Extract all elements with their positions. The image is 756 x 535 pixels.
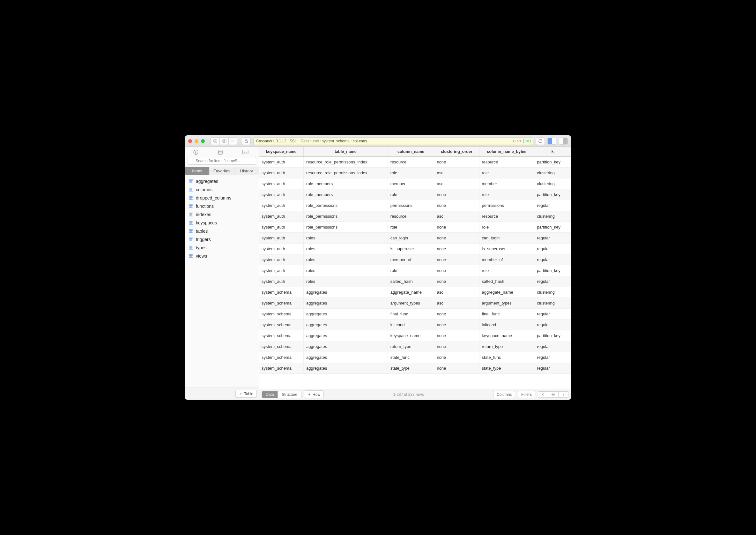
table-cell[interactable]: role_permissions [304,211,388,222]
list-icon[interactable] [229,137,237,145]
table-row[interactable]: system_schemaaggregatesfinal_funcnonefin… [259,309,571,320]
table-cell[interactable]: role [479,222,534,233]
data-grid[interactable]: keyspace_nametable_namecolumn_namecluste… [259,147,571,389]
prev-page-button[interactable] [538,391,548,398]
table-cell[interactable]: state_func [388,352,434,363]
column-header[interactable]: column_name [388,147,434,157]
table-cell[interactable]: regular [534,320,571,330]
table-cell[interactable]: asc [434,287,479,298]
table-cell[interactable]: role [388,168,434,179]
table-cell[interactable]: is_superuser [479,243,534,254]
table-cell[interactable]: regular [534,363,571,374]
table-cell[interactable]: system_auth [259,179,304,189]
table-row[interactable]: system_schemaaggregatesreturn_typenonere… [259,341,571,352]
tab-history[interactable]: History [234,167,259,175]
next-page-button[interactable] [558,391,568,398]
table-cell[interactable]: system_auth [259,222,304,233]
table-row[interactable]: system_authresource_role_permissons_inde… [259,157,571,168]
table-cell[interactable]: none [434,276,479,287]
table-cell[interactable]: role [479,265,534,276]
eye-icon[interactable] [220,137,229,145]
table-row[interactable]: system_authrole_permissionsresourceascre… [259,211,571,222]
sidebar-item-columns[interactable]: columns [185,185,259,194]
table-cell[interactable]: resource_role_permissons_index [304,168,388,179]
table-cell[interactable]: is_superuser [388,243,434,254]
table-cell[interactable]: regular [534,200,571,211]
table-cell[interactable]: salted_hash [479,276,534,287]
table-row[interactable]: system_authrolessalted_hashnonesalted_ha… [259,276,571,287]
column-header[interactable]: keyspace_name [259,147,304,157]
table-cell[interactable]: none [434,341,479,352]
filters-button[interactable]: Filters [518,391,535,398]
table-cell[interactable]: initcond [388,320,434,330]
table-cell[interactable]: aggregates [304,309,388,320]
left-panel-toggle[interactable] [547,138,556,145]
table-cell[interactable]: clustering [534,179,571,189]
table-cell[interactable]: regular [534,243,571,254]
refresh-icon[interactable] [536,137,545,145]
table-cell[interactable]: system_schema [259,363,304,374]
table-cell[interactable]: none [434,363,479,374]
table-cell[interactable]: member [388,179,434,189]
table-row[interactable]: system_schemaaggregatesstate_funcnonesta… [259,352,571,363]
table-row[interactable]: system_authrolesrolenonerolepartition_ke… [259,265,571,276]
table-cell[interactable]: initcond [479,320,534,330]
table-cell[interactable]: role [388,222,434,233]
table-row[interactable]: system_authresource_role_permissons_inde… [259,168,571,179]
table-cell[interactable]: aggregates [304,341,388,352]
table-cell[interactable]: clustering [534,168,571,179]
table-cell[interactable]: state_func [479,352,534,363]
table-cell[interactable]: keyspace_name [388,330,434,341]
table-cell[interactable]: final_func [479,309,534,320]
sql-icon[interactable]: SQL [242,149,251,155]
table-cell[interactable]: none [434,352,479,363]
table-cell[interactable]: state_type [388,363,434,374]
table-cell[interactable]: system_auth [259,243,304,254]
table-row[interactable]: system_authrole_membersmemberascmembercl… [259,179,571,189]
column-header[interactable]: table_name [304,147,388,157]
table-cell[interactable]: system_schema [259,320,304,330]
table-cell[interactable]: resource [479,211,534,222]
table-cell[interactable]: role [479,168,534,179]
table-row[interactable]: system_schemaaggregatesaggregate_nameasc… [259,287,571,298]
sidebar-item-triggers[interactable]: triggers [185,235,259,243]
table-row[interactable]: system_authrolesmember_ofnonemember_ofre… [259,254,571,265]
table-cell[interactable]: member [479,179,534,189]
table-cell[interactable]: none [434,309,479,320]
bolt-icon[interactable] [193,149,202,155]
table-row[interactable]: system_schemaaggregatesargument_typesasc… [259,298,571,309]
table-cell[interactable]: role [388,189,434,200]
table-cell[interactable]: partition_key [534,265,571,276]
table-cell[interactable]: role_permissions [304,222,388,233]
table-cell[interactable]: role_members [304,189,388,200]
table-cell[interactable]: resource_role_permissons_index [304,157,388,168]
column-header[interactable]: column_name_bytes [479,147,534,157]
sidebar-item-tables[interactable]: tables [185,227,259,235]
table-cell[interactable]: asc [434,211,479,222]
table-cell[interactable]: role_permissions [304,200,388,211]
table-cell[interactable]: system_auth [259,157,304,168]
column-header[interactable]: k [534,147,571,157]
table-cell[interactable]: aggregate_name [479,287,534,298]
table-cell[interactable]: aggregates [304,320,388,330]
table-cell[interactable]: system_auth [259,276,304,287]
table-cell[interactable]: roles [304,243,388,254]
table-cell[interactable]: asc [434,298,479,309]
table-cell[interactable]: member_of [479,254,534,265]
table-row[interactable]: system_authrole_permissionsrolenonerolep… [259,222,571,233]
table-cell[interactable]: regular [534,352,571,363]
table-row[interactable]: system_schemaaggregatesstate_typenonesta… [259,363,571,374]
table-cell[interactable]: roles [304,276,388,287]
table-cell[interactable]: argument_types [388,298,434,309]
table-cell[interactable]: system_auth [259,233,304,243]
table-cell[interactable]: system_auth [259,189,304,200]
table-cell[interactable]: clustering [534,287,571,298]
table-cell[interactable]: member_of [388,254,434,265]
table-row[interactable]: system_authrole_membersrolenoneroleparti… [259,189,571,200]
table-cell[interactable]: aggregates [304,352,388,363]
table-cell[interactable]: system_auth [259,168,304,179]
sidebar-item-views[interactable]: views [185,252,259,260]
cancel-icon[interactable] [210,137,220,145]
table-cell[interactable]: keyspace_name [479,330,534,341]
lock-icon[interactable] [242,137,251,145]
